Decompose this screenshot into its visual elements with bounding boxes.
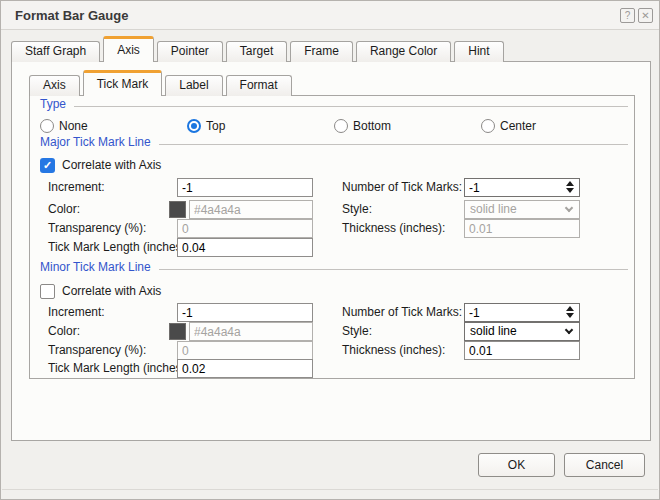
tab-frame[interactable]: Frame (290, 41, 353, 62)
major-thickness-label: Thickness (inches): (342, 219, 445, 238)
chevron-down-icon (565, 326, 573, 334)
major-correlate-label: Correlate with Axis (62, 156, 161, 175)
tab-pointer[interactable]: Pointer (157, 41, 223, 62)
minor-num-ticks-spinner[interactable] (464, 303, 580, 322)
minor-style-select[interactable]: solid line (464, 322, 580, 341)
major-correlate-checkbox[interactable]: ✓ (40, 158, 55, 173)
major-num-ticks-label: Number of Tick Marks: (342, 178, 462, 197)
dialog-title: Format Bar Gauge (15, 1, 128, 30)
minor-color-label: Color: (48, 322, 80, 341)
minor-transparency-input (177, 341, 313, 360)
radio-top-label: Top (206, 117, 225, 136)
titlebar: Format Bar Gauge ? ✕ (1, 1, 659, 30)
minor-length-input[interactable] (177, 359, 313, 378)
radio-bottom-icon[interactable] (334, 119, 348, 133)
radio-none-icon[interactable] (40, 119, 54, 133)
spinner-arrows (566, 306, 575, 318)
minor-correlate-label: Correlate with Axis (62, 282, 161, 301)
minor-transparency-label: Transparency (%): (48, 341, 146, 360)
minor-style-label: Style: (342, 322, 372, 341)
minor-group-rule: Minor Tick Mark Line (40, 269, 628, 270)
minor-transparency-row: Transparency (%): Thickness (inches): (30, 341, 634, 360)
major-thickness-input (464, 219, 580, 238)
tab-axis[interactable]: Axis (103, 36, 154, 62)
major-group-rule: Major Tick Mark Line (40, 144, 628, 145)
radio-bottom-label: Bottom (353, 117, 391, 136)
radio-none-label: None (59, 117, 88, 136)
sub-tabstrip: Axis Tick Mark Label Format (29, 70, 295, 96)
major-length-input[interactable] (177, 238, 313, 257)
minor-style-value: solid line (470, 323, 517, 340)
minor-increment-input[interactable] (177, 303, 313, 322)
subtab-axis[interactable]: Axis (29, 75, 80, 96)
minor-num-ticks-input[interactable] (465, 304, 563, 321)
spinner-down-icon[interactable] (566, 188, 574, 193)
format-bar-gauge-dialog: Format Bar Gauge ? ✕ Staff Graph Axis Po… (0, 0, 660, 500)
minor-group-legend: Minor Tick Mark Line (40, 260, 159, 274)
major-transparency-label: Transparency (%): (48, 219, 146, 238)
close-icon[interactable]: ✕ (638, 8, 653, 23)
minor-num-ticks-label: Number of Tick Marks: (342, 303, 462, 322)
radio-top-icon[interactable] (187, 119, 201, 133)
type-group-legend: Type (40, 97, 74, 111)
major-color-input (189, 200, 313, 219)
radio-center-label: Center (500, 117, 536, 136)
spinner-up-icon[interactable] (566, 306, 574, 311)
major-color-label: Color: (48, 200, 80, 219)
tab-target[interactable]: Target (226, 41, 287, 62)
minor-length-row: Tick Mark Length (inches): (30, 359, 634, 378)
ok-button[interactable]: OK (478, 453, 555, 477)
major-style-select: solid line (464, 200, 580, 219)
spinner-down-icon[interactable] (566, 313, 574, 318)
major-color-row: Color: Style: solid line (30, 200, 634, 219)
major-num-ticks-input[interactable] (465, 179, 563, 196)
radio-center-icon[interactable] (481, 119, 495, 133)
footer-divider (2, 489, 658, 490)
major-num-ticks-spinner[interactable] (464, 178, 580, 197)
main-tabstrip: Staff Graph Axis Pointer Target Frame Ra… (11, 36, 507, 62)
tab-hint[interactable]: Hint (454, 41, 503, 62)
major-transparency-row: Transparency (%): Thickness (inches): (30, 219, 634, 238)
major-style-label: Style: (342, 200, 372, 219)
major-group-legend: Major Tick Mark Line (40, 135, 159, 149)
minor-color-swatch (169, 323, 186, 340)
minor-correlate-row: Correlate with Axis (30, 282, 634, 301)
major-length-label: Tick Mark Length (inches): (48, 238, 189, 257)
minor-correlate-checkbox[interactable] (40, 284, 55, 299)
tab-range-color[interactable]: Range Color (356, 41, 451, 62)
type-options-row: None Top Bottom Center (30, 117, 634, 136)
subtab-label[interactable]: Label (165, 75, 222, 96)
major-increment-row: Increment: Number of Tick Marks: (30, 178, 634, 197)
minor-thickness-label: Thickness (inches): (342, 341, 445, 360)
minor-color-row: Color: Style: solid line (30, 322, 634, 341)
spinner-arrows (566, 181, 575, 193)
minor-color-input (189, 322, 313, 341)
chevron-down-icon (565, 204, 573, 212)
spinner-up-icon[interactable] (566, 181, 574, 186)
major-style-value: solid line (470, 201, 517, 218)
minor-increment-row: Increment: Number of Tick Marks: (30, 303, 634, 322)
major-transparency-input (177, 219, 313, 238)
cancel-button[interactable]: Cancel (564, 453, 645, 477)
tick-mark-panel: Type None Top Bottom Center (29, 95, 635, 379)
major-color-swatch (169, 201, 186, 218)
axis-tab-panel: Axis Tick Mark Label Format Type None To… (11, 61, 651, 441)
minor-thickness-input[interactable] (464, 341, 580, 360)
subtab-format[interactable]: Format (226, 75, 292, 96)
major-correlate-row: ✓ Correlate with Axis (30, 156, 634, 175)
minor-length-label: Tick Mark Length (inches): (48, 359, 189, 378)
tab-staff-graph[interactable]: Staff Graph (11, 41, 100, 62)
minor-increment-label: Increment: (48, 303, 105, 322)
major-increment-label: Increment: (48, 178, 105, 197)
type-group-rule: Type (40, 106, 628, 107)
major-increment-input[interactable] (177, 178, 313, 197)
major-length-row: Tick Mark Length (inches): (30, 238, 634, 257)
subtab-tick-mark[interactable]: Tick Mark (83, 70, 163, 96)
help-icon[interactable]: ? (620, 8, 635, 23)
